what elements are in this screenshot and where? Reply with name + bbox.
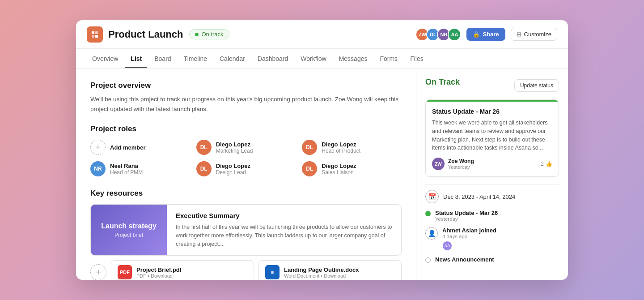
- activity-title: News Announcement: [435, 256, 494, 263]
- activity-group-icon: 👤: [425, 227, 438, 240]
- on-track-title: On Track: [425, 77, 460, 87]
- project-icon: [87, 26, 103, 43]
- svg-rect-2: [92, 35, 94, 38]
- customize-label: Customize: [524, 31, 551, 38]
- tab-workflow[interactable]: Workflow: [295, 51, 331, 68]
- roles-title: Project roles: [90, 124, 402, 133]
- add-circle-icon: +: [90, 140, 106, 155]
- activity-title: Ahmet Aslan joined: [442, 227, 496, 234]
- author-avatar: ZW: [432, 158, 445, 170]
- activity-dot-green: [425, 211, 431, 216]
- role-avatar: DL: [196, 140, 212, 155]
- likes-count: 2 👍: [541, 161, 552, 167]
- file-meta: Word Document • Download: [284, 273, 359, 279]
- role-item: DL Diego Lopez Marketing Lead: [196, 140, 296, 155]
- exec-summary-card[interactable]: Executive Summary In the first half of t…: [167, 205, 401, 255]
- tab-list[interactable]: List: [125, 51, 147, 68]
- file-card-pdf[interactable]: PDF Project Brief.pdf PDF • Download: [111, 260, 254, 280]
- status-update-card: Status Update - Mar 26 This week we were…: [425, 99, 559, 177]
- activity-item: Status Update - Mar 26 Yesterday: [425, 210, 559, 222]
- activity-avatars: AA: [442, 241, 496, 251]
- header: Product Launch On track ZW DL NR AA 🔒 Sh…: [76, 20, 568, 49]
- svg-rect-1: [95, 31, 98, 34]
- update-status-button[interactable]: Update status: [514, 79, 559, 92]
- svg-rect-3: [95, 35, 98, 38]
- role-avatar: NR: [90, 161, 106, 176]
- status-badge: On track: [189, 29, 229, 39]
- role-avatar: DL: [302, 161, 317, 176]
- status-card-footer: ZW Zoe Wong Yesterday 2 👍: [432, 158, 552, 170]
- launch-card-sub: Project brief: [114, 232, 143, 238]
- customize-button[interactable]: ⊞ Customize: [511, 28, 557, 41]
- tab-board[interactable]: Board: [149, 51, 176, 68]
- add-file-button[interactable]: +: [90, 264, 106, 280]
- share-label: Share: [483, 31, 499, 38]
- status-card-body: Status Update - Mar 26 This week we were…: [426, 102, 559, 176]
- lock-icon: 🔒: [473, 31, 480, 38]
- roles-grid: + Add member DL Diego Lopez Marketing Le…: [90, 140, 402, 176]
- activity-item: News Announcement: [425, 256, 559, 263]
- header-right: ZW DL NR AA 🔒 Share ⊞ Customize: [415, 28, 557, 41]
- file-name: Project Brief.pdf: [136, 266, 182, 273]
- resources-title: Key resources: [90, 189, 402, 198]
- files-row: + PDF Project Brief.pdf PDF • Download ≡: [90, 260, 402, 280]
- role-item: DL Diego Lopez Sales Liaison: [302, 161, 402, 176]
- customize-icon: ⊞: [517, 31, 521, 38]
- doc-icon: ≡: [265, 265, 280, 279]
- activity-time: 4 days ago: [442, 234, 496, 239]
- activity-title: Status Update - Mar 26: [435, 210, 498, 216]
- activity-time: Yesterday: [435, 216, 498, 222]
- resources-section: Key resources Launch strategy Project br…: [90, 189, 402, 280]
- timeline-text: Dec 8, 2023 - April 14, 2024: [443, 193, 515, 200]
- role-item: NR Neel Rana Head of PMM: [90, 161, 190, 176]
- pdf-icon: PDF: [118, 265, 132, 279]
- role-item: DL Diego Lopez Design Lead: [196, 161, 296, 176]
- divider: [425, 184, 559, 184]
- overview-title: Project overview: [90, 81, 402, 90]
- tab-dashboard[interactable]: Dashboard: [252, 51, 294, 68]
- resources-cards: Launch strategy Project brief Executive …: [90, 204, 402, 280]
- add-member-label: Add member: [110, 144, 145, 151]
- tab-overview[interactable]: Overview: [87, 51, 123, 68]
- avatar: AA: [448, 28, 461, 41]
- role-avatar: DL: [196, 161, 212, 176]
- status-card-text: This week we were able to get all stakeh…: [432, 119, 552, 152]
- add-member-item[interactable]: + Add member: [90, 140, 190, 155]
- main-content: Project overview We'll be using this pro…: [76, 69, 568, 280]
- calendar-icon: 📅: [425, 190, 439, 203]
- launch-strategy-card[interactable]: Launch strategy Project brief: [91, 205, 167, 255]
- timeline-row: 📅 Dec 8, 2023 - April 14, 2024: [425, 190, 559, 203]
- activity-dot-empty: [425, 257, 431, 263]
- status-label: On track: [201, 31, 223, 38]
- tab-files[interactable]: Files: [405, 51, 429, 68]
- exec-text: In the first half of this year we will b…: [176, 223, 392, 248]
- status-card-title: Status Update - Mar 26: [432, 108, 552, 115]
- project-title: Product Launch: [108, 29, 183, 40]
- right-panel: On Track Update status Status Update - M…: [416, 69, 568, 280]
- app-window: Product Launch On track ZW DL NR AA 🔒 Sh…: [76, 20, 568, 280]
- overview-text: We'll be using this project to track our…: [90, 94, 402, 114]
- file-meta: PDF • Download: [136, 273, 182, 279]
- activity-item: 👤 Ahmet Aslan joined 4 days ago AA: [425, 227, 559, 251]
- roles-section: Project roles + Add member DL Diego Lope…: [90, 124, 402, 176]
- exec-title: Executive Summary: [176, 212, 392, 219]
- launch-card-title: Launch strategy: [101, 222, 157, 230]
- status-dot: [195, 33, 199, 36]
- role-avatar: DL: [302, 140, 317, 155]
- svg-rect-0: [92, 31, 94, 34]
- activities-list: Status Update - Mar 26 Yesterday 👤 Ahmet…: [425, 210, 559, 263]
- file-card-doc[interactable]: ≡ Landing Page Outline.docx Word Documen…: [258, 260, 402, 280]
- tab-calendar[interactable]: Calendar: [214, 51, 250, 68]
- resource-big-card: Launch strategy Project brief Executive …: [90, 204, 402, 256]
- tab-timeline[interactable]: Timeline: [178, 51, 212, 68]
- tab-forms[interactable]: Forms: [374, 51, 403, 68]
- left-panel: Project overview We'll be using this pro…: [76, 69, 416, 280]
- activity-avatar: AA: [442, 241, 452, 251]
- share-button[interactable]: 🔒 Share: [466, 28, 505, 41]
- nav-tabs: Overview List Board Timeline Calendar Da…: [76, 49, 568, 69]
- author-name: Zoe Wong: [448, 158, 474, 164]
- file-name: Landing Page Outline.docx: [284, 266, 359, 273]
- role-item: DL Diego Lopez Head of Product: [302, 140, 402, 155]
- avatar-group: ZW DL NR AA: [415, 28, 461, 41]
- tab-messages[interactable]: Messages: [334, 51, 373, 68]
